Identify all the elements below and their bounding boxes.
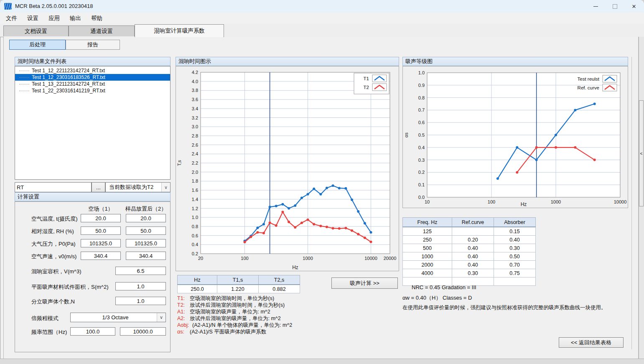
- bottom-edge: [0, 359, 644, 364]
- menu-settings[interactable]: 设置: [22, 13, 43, 24]
- menu-output[interactable]: 输出: [65, 13, 86, 24]
- table-row: 2500.200.40: [403, 236, 536, 244]
- window-title: MCR Beta 2.05.0.001 20230418: [15, 0, 93, 13]
- svg-text:0.6: 0.6: [192, 233, 198, 238]
- sample-area-field[interactable]: [115, 282, 166, 290]
- note-a1: A1:空场混响室的吸声量，单位为: m^2: [177, 308, 270, 316]
- table-row: 10000.400.50: [403, 252, 536, 261]
- tree-branch-icon: [19, 90, 29, 91]
- collapse-left-icon: <: [640, 151, 643, 156]
- subtab-postprocess[interactable]: 后处理: [9, 40, 66, 50]
- table-row: 5000.400.30: [403, 244, 536, 252]
- air-temp-field-1[interactable]: [81, 214, 121, 222]
- table-row: 250.0 1.220 0.882: [178, 285, 300, 293]
- file-list: Test 1_12_221123142724_RT.txt Test 1_12_…: [15, 66, 171, 180]
- octave-mode-label: 倍频程模式: [31, 315, 59, 322]
- svg-text:0.0: 0.0: [418, 195, 425, 200]
- note-as: αs:(A2-A1)/S 平面吸声体的吸声系数: [177, 328, 266, 336]
- col-header-empty-room: 空场（1）: [81, 205, 121, 213]
- absorber-count-label: 分立吸声体个数,N: [31, 298, 75, 305]
- svg-text:Test reulst: Test reulst: [578, 76, 600, 81]
- note-t2: T2:放试件后混响室的混响时间，单位为秒(s): [177, 302, 285, 309]
- absorption-grade-chart[interactable]: 0.00.10.20.30.40.50.60.70.80.91.01010010…: [403, 66, 628, 208]
- aw-result: αw = 0.40（H） Classes = D: [402, 294, 472, 302]
- tab-channel-settings[interactable]: 通道设置: [69, 25, 135, 36]
- room-volume-field[interactable]: [115, 267, 166, 275]
- rt-name-input[interactable]: [15, 182, 92, 192]
- humidity-field-1[interactable]: [81, 227, 121, 235]
- svg-text:1.2: 1.2: [192, 206, 198, 211]
- svg-text:1.0: 1.0: [192, 215, 198, 220]
- absorption-calc-button[interactable]: 吸声计算 >>: [331, 277, 398, 289]
- svg-text:0.3: 0.3: [418, 158, 425, 163]
- freq-min-field[interactable]: [70, 327, 115, 336]
- svg-text:1.8: 1.8: [192, 178, 198, 183]
- svg-text:10000: 10000: [614, 199, 627, 204]
- table-row: 20000.400.70: [403, 261, 536, 269]
- data-read-dropdown[interactable]: 当前数据读取为T2 ∨: [105, 182, 171, 192]
- svg-text:1000: 1000: [551, 199, 561, 204]
- svg-text:0.4: 0.4: [192, 242, 198, 247]
- humidity-field-2[interactable]: [126, 227, 166, 235]
- svg-text:2.8: 2.8: [192, 133, 198, 138]
- return-results-button[interactable]: << 返回结果表格: [559, 337, 624, 348]
- svg-text:0.7: 0.7: [418, 107, 425, 112]
- file-item-selected[interactable]: Test 1_12_230316183526_RT.txt: [15, 74, 170, 81]
- tree-branch-icon: [19, 70, 29, 71]
- absorber-count-field[interactable]: [115, 297, 166, 305]
- svg-text:3.0: 3.0: [192, 124, 198, 129]
- svg-text:T2: T2: [364, 85, 369, 90]
- menu-apply[interactable]: 应用: [43, 13, 65, 24]
- pressure-field-2[interactable]: [126, 239, 166, 247]
- octave-mode-dropdown[interactable]: 1/3 Octave ∨: [70, 313, 166, 322]
- tab-reverb-absorption[interactable]: 混响室计算吸声系数: [135, 24, 224, 37]
- svg-text:0.9: 0.9: [418, 83, 425, 88]
- app-icon: [4, 3, 12, 10]
- pressure-field-1[interactable]: [81, 239, 121, 247]
- svg-text:0.5: 0.5: [418, 132, 425, 137]
- menu-help[interactable]: 帮助: [86, 13, 107, 24]
- sound-speed-field-2[interactable]: [126, 252, 166, 260]
- svg-text:2.4: 2.4: [192, 151, 198, 156]
- browse-button[interactable]: ...: [92, 182, 105, 192]
- menu-bar: 文件 设置 应用 输出 帮助: [0, 13, 644, 24]
- air-temp-field-2[interactable]: [126, 214, 166, 222]
- svg-text:0.8: 0.8: [192, 224, 198, 229]
- close-button[interactable]: ✕: [624, 0, 644, 13]
- reverb-time-chart[interactable]: 0.20.40.60.81.01.21.41.61.82.02.22.42.62…: [176, 66, 399, 271]
- svg-text:10: 10: [425, 199, 430, 204]
- tree-branch-icon: [19, 84, 29, 84]
- rt-value-table: Hz T1,s T2,s 250.0 1.220 0.882: [177, 275, 300, 293]
- table-row: 1250.15: [403, 227, 536, 236]
- air-temp-label: 空气温度, t(摄氏度): [31, 215, 78, 223]
- maximize-button[interactable]: [605, 0, 624, 13]
- note-aobj: Aobj:(A2-A1)/N 单个物体的吸声量，单位为: m^2: [177, 322, 292, 329]
- tab-document-settings[interactable]: 文档设置: [3, 25, 69, 36]
- menu-file[interactable]: 文件: [1, 13, 22, 24]
- file-item[interactable]: Test 1_13_221123142724_RT.txt: [15, 81, 170, 87]
- abs-chart-header: 吸声等级图: [402, 57, 628, 66]
- panel-divider: [631, 57, 632, 349]
- svg-text:1.0: 1.0: [418, 70, 425, 75]
- humidity-label: 相对湿度, RH (%): [31, 228, 74, 235]
- file-item[interactable]: Test 1_12_221123142724_RT.txt: [15, 67, 170, 74]
- svg-text:0.6: 0.6: [418, 120, 425, 125]
- minimize-button[interactable]: [586, 0, 605, 13]
- rt-chart-header: 混响时间图示: [176, 57, 399, 66]
- svg-text:T,s: T,s: [177, 160, 182, 166]
- chevron-down-icon: ∨: [157, 313, 165, 322]
- freq-max-field[interactable]: [120, 327, 166, 336]
- subtab-report[interactable]: 报告: [66, 40, 120, 50]
- file-item[interactable]: Test 1_22_230316141219_RT.txt: [15, 87, 170, 94]
- note-a2: A2:放试件后混响室的吸声量，单位为: m^2: [177, 315, 281, 322]
- room-volume-label: 混响室容积，V(m^3): [31, 268, 81, 275]
- svg-text:100: 100: [241, 256, 248, 261]
- freq-range-label: 频率范围（Hz): [31, 328, 67, 336]
- collapse-panel-button[interactable]: <: [639, 100, 644, 206]
- svg-text:0.1: 0.1: [418, 182, 425, 187]
- sound-speed-field-1[interactable]: [81, 252, 121, 260]
- sound-speed-label: 空气声速，v0(m/s): [31, 253, 76, 260]
- svg-text:1000: 1000: [303, 256, 313, 261]
- svg-text:αs: αs: [404, 132, 409, 137]
- maximize-icon: [613, 4, 617, 9]
